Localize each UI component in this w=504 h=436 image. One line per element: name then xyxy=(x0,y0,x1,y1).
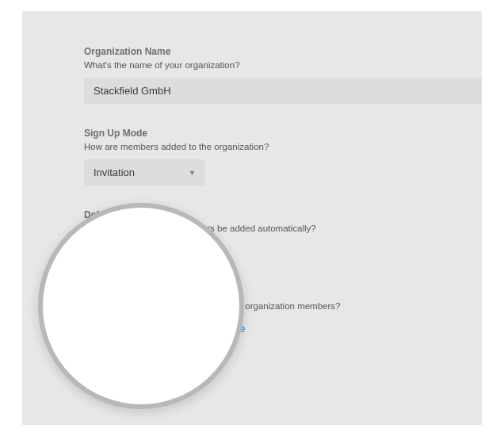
section-default-rooms: Default Rooms To which rooms will all me… xyxy=(84,209,482,263)
settings-panel: Organization Name What's the name of you… xyxy=(22,11,482,425)
org-name-desc: What's the name of your organization? xyxy=(84,60,482,70)
change-logo-link[interactable]: Change xyxy=(169,323,204,335)
rooms-title: Default Rooms xyxy=(84,209,482,220)
add-room-button[interactable]: + xyxy=(84,241,106,263)
signup-mode-select[interactable]: Invitation ▼ xyxy=(84,159,205,185)
org-name-title: Organization Name xyxy=(84,46,482,57)
section-signup-mode: Sign Up Mode How are members added to th… xyxy=(84,128,482,185)
section-custom-logo: Custom logo Which logo should be display… xyxy=(84,287,482,337)
logo-row: stackfield Change · Delete xyxy=(84,319,482,337)
section-org-name: Organization Name What's the name of you… xyxy=(84,46,482,104)
separator: · xyxy=(209,323,212,335)
logo-preview: stackfield xyxy=(84,319,153,337)
signup-title: Sign Up Mode xyxy=(84,128,482,139)
signup-desc: How are members added to the organizatio… xyxy=(84,142,482,151)
logo-title: Custom logo xyxy=(84,287,482,298)
chevron-down-icon: ▼ xyxy=(189,169,196,177)
plus-icon: + xyxy=(92,246,98,258)
org-name-input[interactable] xyxy=(84,78,482,104)
delete-logo-link[interactable]: Delete xyxy=(216,323,245,335)
signup-mode-value: Invitation xyxy=(94,166,135,178)
logo-desc: Which logo should be displayed to your o… xyxy=(84,301,482,311)
rooms-desc: To which rooms will all members be added… xyxy=(84,224,482,233)
